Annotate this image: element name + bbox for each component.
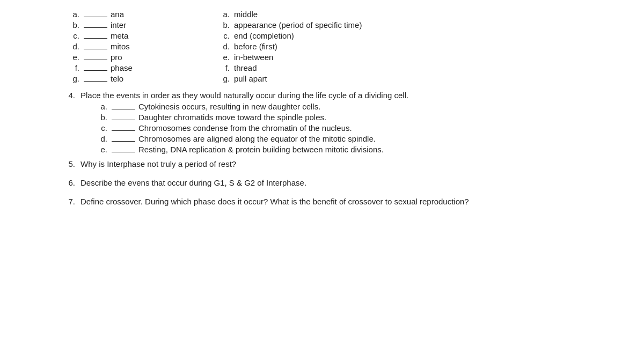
def-text-f: thread bbox=[234, 63, 257, 72]
question-7-block: 7. Define crossover. During which phase … bbox=[64, 197, 580, 206]
match-blank-b bbox=[84, 27, 107, 28]
question-5-block: 5. Why is Interphase not truly a period … bbox=[64, 159, 580, 168]
q4-sub-blank-d bbox=[112, 141, 135, 142]
match-row-a: a. ana a. middle bbox=[64, 10, 580, 19]
match-word-e: pro bbox=[111, 53, 122, 62]
match-word-b: inter bbox=[111, 20, 126, 30]
page: a. ana a. middle b. inter b. appearance … bbox=[0, 0, 644, 338]
question-4-sub-items: a. Cytokinesis occurs, resulting in new … bbox=[97, 102, 580, 154]
def-letter-c: c. bbox=[215, 31, 234, 40]
q4-sub-blank-e bbox=[112, 152, 135, 152]
q4-sub-e: e. Resting, DNA replication & protein bu… bbox=[97, 145, 580, 154]
question-4-text: Place the events in order as they would … bbox=[80, 91, 580, 100]
def-text-g: pull apart bbox=[234, 74, 267, 83]
match-word-c: meta bbox=[111, 31, 128, 40]
match-letter-g: g. bbox=[64, 74, 84, 83]
def-letter-b: b. bbox=[215, 20, 234, 30]
question-6-text: Describe the evens that occur during G1,… bbox=[80, 178, 580, 187]
question-4-number: 4. bbox=[64, 91, 80, 100]
q4-sub-letter-e: e. bbox=[97, 145, 112, 154]
col-left-f: f. phase bbox=[64, 63, 215, 72]
q4-sub-blank-b bbox=[112, 120, 135, 120]
question-5-text: Why is Interphase not truly a period of … bbox=[80, 159, 580, 168]
question-7-number: 7. bbox=[64, 197, 80, 206]
q4-sub-a: a. Cytokinesis occurs, resulting in new … bbox=[97, 102, 580, 111]
match-letter-b: b. bbox=[64, 20, 84, 30]
def-text-a: middle bbox=[234, 10, 258, 19]
match-blank-d bbox=[84, 49, 107, 49]
match-word-g: telo bbox=[111, 74, 123, 83]
match-row-f: f. phase f. thread bbox=[64, 63, 580, 72]
col-right-b: b. appearance (period of specific time) bbox=[215, 20, 440, 30]
q4-sub-blank-c bbox=[112, 130, 135, 131]
col-right-c: c. end (completion) bbox=[215, 31, 440, 40]
match-row-d: d. mitos d. before (first) bbox=[64, 42, 580, 51]
q4-sub-text-b: Daughter chromatids move toward the spin… bbox=[138, 113, 580, 122]
q4-sub-b: b. Daughter chromatids move toward the s… bbox=[97, 113, 580, 122]
def-letter-g: g. bbox=[215, 74, 234, 83]
q4-sub-letter-b: b. bbox=[97, 113, 112, 122]
def-text-e: in-between bbox=[234, 53, 273, 62]
question-7-text: Define crossover. During which phase doe… bbox=[80, 197, 580, 206]
match-word-f: phase bbox=[111, 63, 133, 72]
def-letter-a: a. bbox=[215, 10, 234, 19]
match-letter-a: a. bbox=[64, 10, 84, 19]
col-right-a: a. middle bbox=[215, 10, 440, 19]
match-letter-c: c. bbox=[64, 31, 84, 40]
col-right-g: g. pull apart bbox=[215, 74, 440, 83]
q4-sub-d: d. Chromosomes are aligned along the equ… bbox=[97, 134, 580, 143]
col-right-e: e. in-between bbox=[215, 53, 440, 62]
match-row-e: e. pro e. in-between bbox=[64, 53, 580, 62]
match-blank-g bbox=[84, 81, 107, 82]
col-left-b: b. inter bbox=[64, 20, 215, 30]
match-blank-a bbox=[84, 17, 107, 17]
match-row-g: g. telo g. pull apart bbox=[64, 74, 580, 83]
match-blank-c bbox=[84, 38, 107, 39]
def-letter-f: f. bbox=[215, 63, 234, 72]
match-blank-f bbox=[84, 70, 107, 71]
q4-sub-letter-d: d. bbox=[97, 134, 112, 143]
col-left-a: a. ana bbox=[64, 10, 215, 19]
match-row-c: c. meta c. end (completion) bbox=[64, 31, 580, 40]
col-left-d: d. mitos bbox=[64, 42, 215, 51]
question-6-block: 6. Describe the evens that occur during … bbox=[64, 178, 580, 187]
col-right-d: d. before (first) bbox=[215, 42, 440, 51]
q4-sub-text-d: Chromosomes are aligned along the equato… bbox=[138, 134, 580, 143]
col-left-e: e. pro bbox=[64, 53, 215, 62]
match-letter-d: d. bbox=[64, 42, 84, 51]
match-row-b: b. inter b. appearance (period of specif… bbox=[64, 20, 580, 30]
def-letter-e: e. bbox=[215, 53, 234, 62]
q4-sub-text-c: Chromosomes condense from the chromatin … bbox=[138, 123, 580, 133]
question-4-row: 4. Place the events in order as they wou… bbox=[64, 91, 580, 100]
def-text-c: end (completion) bbox=[234, 31, 294, 40]
q4-sub-text-a: Cytokinesis occurs, resulting in new dau… bbox=[138, 102, 580, 111]
q4-sub-blank-a bbox=[112, 109, 135, 109]
q4-sub-letter-c: c. bbox=[97, 123, 112, 133]
question-6-number: 6. bbox=[64, 178, 80, 187]
match-word-a: ana bbox=[111, 10, 124, 19]
question-4-block: 4. Place the events in order as they wou… bbox=[64, 91, 580, 154]
q4-sub-text-e: Resting, DNA replication & protein build… bbox=[138, 145, 580, 154]
q4-sub-c: c. Chromosomes condense from the chromat… bbox=[97, 123, 580, 133]
col-left-c: c. meta bbox=[64, 31, 215, 40]
q4-sub-letter-a: a. bbox=[97, 102, 112, 111]
question-5-number: 5. bbox=[64, 159, 80, 168]
def-letter-d: d. bbox=[215, 42, 234, 51]
def-text-d: before (first) bbox=[234, 42, 277, 51]
match-word-d: mitos bbox=[111, 42, 130, 51]
match-letter-f: f. bbox=[64, 63, 84, 72]
def-text-b: appearance (period of specific time) bbox=[234, 20, 362, 30]
matching-section: a. ana a. middle b. inter b. appearance … bbox=[64, 10, 580, 83]
match-letter-e: e. bbox=[64, 53, 84, 62]
col-right-f: f. thread bbox=[215, 63, 440, 72]
match-blank-e bbox=[84, 60, 107, 60]
col-left-g: g. telo bbox=[64, 74, 215, 83]
